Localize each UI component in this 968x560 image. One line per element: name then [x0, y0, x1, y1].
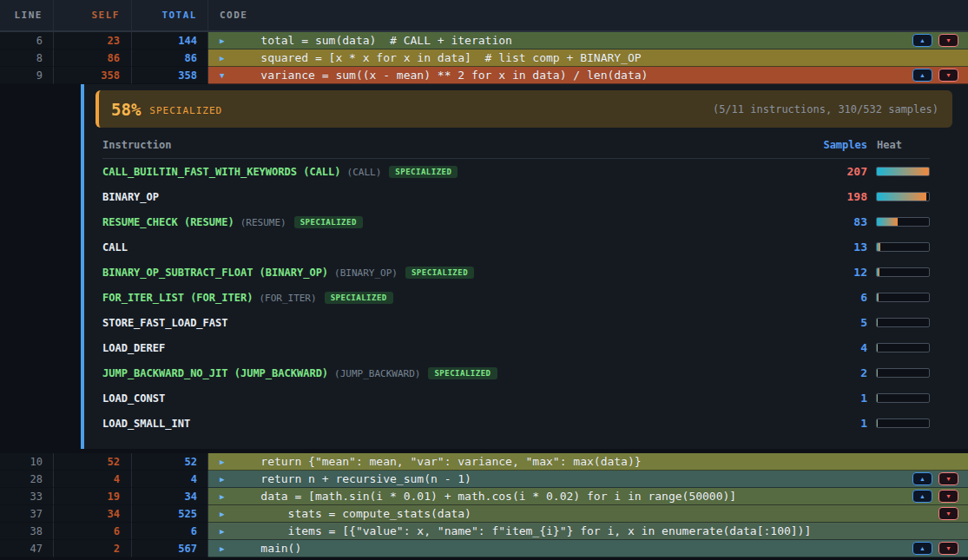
nav-down-button[interactable]: ▼ [938, 34, 958, 47]
instruction-name: LOAD_CONST [102, 392, 815, 405]
nav-down-button[interactable]: ▼ [938, 507, 958, 520]
total-samples-cell: 144 [132, 32, 208, 49]
total-samples-cell: 6 [132, 523, 208, 540]
specialized-badge: SPECIALIZED [405, 267, 474, 279]
code-text: return {"mean": mean, "var": variance, "… [234, 455, 642, 468]
total-samples-cell: 86 [132, 49, 208, 67]
nav-up-button[interactable]: ▲ [912, 472, 932, 485]
heat-bar-fill [877, 394, 878, 402]
nav-down-button[interactable]: ▼ [938, 490, 958, 503]
expand-icon[interactable]: ▶ [220, 527, 234, 536]
line-number-cell: 37 [0, 505, 54, 523]
expand-icon[interactable]: ▶ [220, 475, 234, 484]
heat-bar [876, 343, 930, 352]
nav-down-button[interactable]: ▼ [938, 69, 958, 82]
detail-gutter [0, 84, 81, 449]
code-row-line-8[interactable]: 88686▶ squared = [x * x for x in data] #… [0, 49, 968, 67]
specialized-detail: (5/11 instructions, 310/532 samples) [713, 103, 938, 115]
instruction-name: RESUME_CHECK (RESUME)(RESUME)SPECIALIZED [102, 216, 815, 228]
heat-bar [876, 267, 930, 277]
expand-icon[interactable]: ▶ [220, 458, 234, 466]
line-number-cell: 9 [0, 67, 54, 84]
column-header-total: TOTAL [132, 0, 208, 30]
code-text: squared = [x * x for x in data] # list c… [234, 51, 642, 64]
heat-bar [876, 368, 930, 378]
code-row-line-38[interactable]: 3866▶ items = [{"value": x, "name": f"it… [0, 523, 968, 540]
expand-icon[interactable]: ▶ [220, 544, 234, 553]
expand-icon[interactable]: ▶ [220, 36, 234, 45]
expand-icon[interactable]: ▶ [220, 492, 234, 501]
expand-icon[interactable]: ▶ [220, 510, 234, 518]
expand-icon[interactable]: ▶ [220, 54, 234, 63]
code-row-line-47[interactable]: 472567▶ main()▲▼ [0, 540, 968, 557]
nav-up-button[interactable]: ▲ [912, 490, 932, 503]
heat-bar-fill [877, 293, 879, 301]
code-text: total = sum(data) # CALL + iteration [234, 34, 512, 47]
instruction-row: BINARY_OP198 [102, 184, 930, 209]
line-number-cell: 10 [0, 453, 54, 471]
row-nav-buttons: ▲▼ [912, 69, 968, 82]
specialized-badge: SPECIALIZED [294, 216, 363, 228]
detail-panel: 58% SPECIALIZED (5/11 instructions, 310/… [84, 84, 968, 449]
instruction-row: STORE_FAST_LOAD_FAST5 [102, 310, 930, 335]
nav-down-button[interactable]: ▼ [938, 542, 958, 555]
code-row-line-28[interactable]: 2844▶ return n + recursive_sum(n - 1)▲▼ [0, 471, 968, 488]
specialized-badge: SPECIALIZED [428, 367, 497, 379]
row-nav-buttons: ▼ [938, 507, 968, 520]
code-cell: ▶ stats = compute_stats(data)▼ [208, 505, 968, 523]
instruction-row: LOAD_SMALL_INT1 [102, 411, 930, 436]
heat-bar [876, 393, 930, 403]
nav-up-button[interactable]: ▲ [912, 34, 932, 47]
row-nav-buttons: ▲▼ [912, 34, 968, 47]
heat-bar [876, 418, 930, 428]
collapse-icon[interactable]: ▼ [220, 71, 234, 80]
instruction-samples: 207 [815, 165, 867, 178]
instruction-samples: 198 [815, 190, 867, 203]
specialized-badge: SPECIALIZED [325, 292, 393, 304]
code-row-line-10[interactable]: 105252▶ return {"mean": mean, "var": var… [0, 453, 968, 471]
self-samples-cell: 2 [54, 540, 132, 557]
total-samples-cell: 34 [132, 488, 208, 505]
instruction-name: BINARY_OP [102, 191, 815, 203]
heat-bar-fill [877, 369, 878, 377]
code-row-line-6[interactable]: 623144▶ total = sum(data) # CALL + itera… [0, 32, 968, 49]
code-text: data = [math.sin(i * 0.01) + math.cos(i … [234, 490, 736, 503]
line-number-cell: 6 [0, 32, 54, 49]
instruction-table-header: Instruction Samples Heat [102, 139, 930, 159]
heat-bar [876, 318, 930, 327]
instruction-row: JUMP_BACKWARD_NO_JIT (JUMP_BACKWARD)(JUM… [102, 360, 930, 385]
instruction-name: CALL [102, 241, 815, 254]
heat-bar-fill [877, 243, 880, 251]
heat-bar [876, 242, 930, 252]
line-number-cell: 38 [0, 523, 54, 540]
code-table-header: LINE SELF TOTAL CODE [0, 0, 968, 32]
heat-bar-fill [877, 268, 879, 276]
code-cell: ▶ return {"mean": mean, "var": variance,… [208, 453, 968, 471]
code-row-line-37[interactable]: 3734525▶ stats = compute_stats(data)▼ [0, 505, 968, 523]
nav-up-button[interactable]: ▲ [912, 69, 932, 82]
row-nav-buttons: ▲▼ [912, 490, 968, 503]
nav-up-button[interactable]: ▲ [912, 542, 932, 555]
code-cell: ▶ return n + recursive_sum(n - 1)▲▼ [208, 471, 968, 488]
column-header-self: SELF [54, 0, 132, 30]
total-samples-cell: 525 [132, 505, 208, 523]
heat-bar-fill [877, 344, 878, 352]
code-row-line-9[interactable]: 9358358▼ variance = sum((x - mean) ** 2 … [0, 67, 968, 84]
specialization-banner: 58% SPECIALIZED (5/11 instructions, 310/… [95, 90, 952, 128]
heat-column-header: Heat [876, 139, 930, 151]
heat-bar [876, 167, 930, 176]
code-row-line-33[interactable]: 331934▶ data = [math.sin(i * 0.01) + mat… [0, 488, 968, 505]
line-number-cell: 28 [0, 471, 54, 488]
instruction-base-name: (RESUME) [240, 217, 286, 228]
code-cell: ▶ squared = [x * x for x in data] # list… [208, 49, 968, 67]
instruction-row: LOAD_DEREF4 [102, 335, 930, 360]
heat-bar-fill [877, 319, 878, 326]
nav-down-button[interactable]: ▼ [938, 472, 958, 485]
line-number-cell: 33 [0, 488, 54, 505]
instruction-row: BINARY_OP_SUBTRACT_FLOAT (BINARY_OP)(BIN… [102, 260, 930, 285]
heat-bar-fill [877, 168, 929, 175]
total-samples-cell: 358 [132, 67, 208, 84]
instruction-rows: CALL_BUILTIN_FAST_WITH_KEYWORDS (CALL)(C… [102, 159, 930, 436]
specialized-percent: 58% [111, 100, 141, 119]
instruction-base-name: (CALL) [347, 167, 382, 178]
